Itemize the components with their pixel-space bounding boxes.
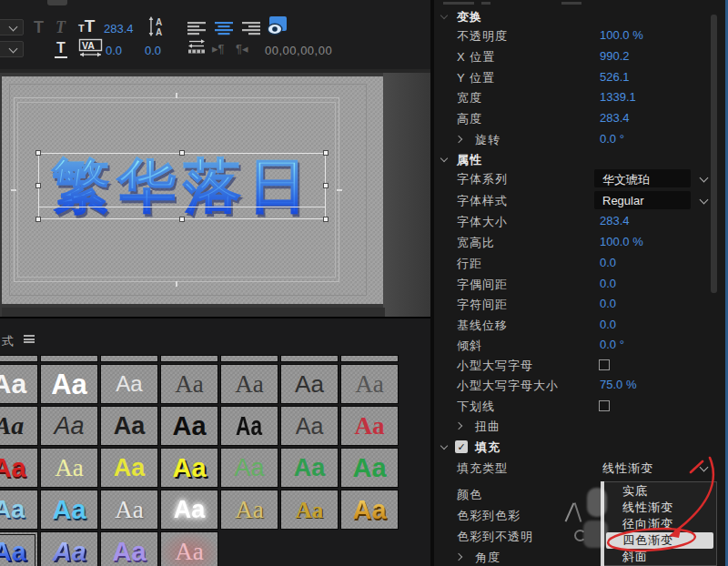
style-swatch[interactable]: Aa — [40, 531, 98, 566]
panel-menu-icon[interactable] — [24, 335, 35, 343]
tab-stops-icon[interactable] — [187, 38, 207, 55]
style-swatch[interactable]: Aa — [280, 355, 339, 362]
style-swatch[interactable]: Aa — [280, 448, 339, 488]
style-swatch[interactable]: Aa — [280, 406, 339, 446]
chevron-right-icon[interactable] — [455, 553, 462, 561]
property-value[interactable]: 0.0 ° — [600, 132, 624, 146]
selection-handle[interactable] — [323, 150, 329, 156]
style-swatch[interactable]: Aa — [0, 406, 38, 446]
dropdown[interactable]: Regular — [594, 191, 691, 209]
leading-icon[interactable]: A A — [147, 15, 167, 37]
chevron-right-icon[interactable] — [455, 422, 462, 430]
selection-handle[interactable] — [35, 150, 41, 156]
style-swatch[interactable]: Aa — [220, 448, 278, 488]
selection-handle[interactable] — [179, 217, 185, 222]
style-swatch[interactable]: Aa — [220, 406, 278, 446]
chevron-down-icon[interactable] — [700, 196, 709, 205]
property-value[interactable]: 283.4 — [600, 111, 630, 125]
align-left-button[interactable] — [187, 21, 207, 35]
kerning-value[interactable]: 0.0 — [106, 44, 122, 57]
selection-handle[interactable] — [179, 150, 185, 156]
property-value[interactable]: 0.0 — [600, 297, 616, 310]
style-swatch[interactable]: Aa — [100, 355, 158, 362]
style-swatch[interactable]: Aa — [160, 406, 218, 446]
style-swatch[interactable]: Aa — [0, 490, 38, 530]
property-value[interactable]: 0.0 — [600, 318, 616, 331]
property-value[interactable]: 1339.1 — [600, 90, 636, 104]
fill-enabled-checkbox[interactable]: ✓ — [455, 440, 468, 453]
scrollbar-thumb[interactable] — [711, 15, 717, 293]
style-swatch[interactable]: Aa — [280, 364, 339, 404]
style-swatch[interactable]: Aa — [220, 490, 278, 530]
property-value[interactable]: 0.0 — [600, 256, 616, 269]
style-swatch[interactable]: Aa — [340, 490, 399, 530]
chevron-down-icon[interactable] — [440, 155, 448, 162]
style-swatch[interactable]: Aa — [0, 355, 38, 362]
style-swatch[interactable]: Aa — [0, 364, 38, 404]
chevron-down-icon[interactable] — [700, 174, 709, 183]
selection-bounding-box[interactable] — [38, 153, 326, 219]
fill-type-option[interactable]: 线性渐变 — [603, 500, 716, 516]
chevron-down-icon[interactable] — [440, 12, 448, 19]
bold-button[interactable]: T — [34, 18, 44, 37]
selection-handle[interactable] — [323, 183, 329, 188]
selection-handle[interactable] — [35, 217, 41, 222]
style-swatch[interactable]: Aa — [40, 490, 98, 530]
align-right-button[interactable] — [241, 21, 261, 35]
property-value[interactable]: 0.0 — [600, 277, 616, 290]
title-canvas[interactable]: 繁华落日 — [2, 76, 383, 304]
style-swatch[interactable]: Aa — [100, 406, 158, 446]
paragraph-rtl-icon[interactable]: ¶◂ — [236, 42, 248, 56]
style-swatch[interactable]: Aa — [40, 406, 98, 446]
style-swatch[interactable]: Aa — [100, 490, 158, 530]
style-swatch[interactable]: Aa — [220, 355, 278, 362]
kerning-icon[interactable]: VA — [78, 38, 104, 58]
style-swatch[interactable]: Aa — [160, 448, 218, 488]
paragraph-ltr-icon[interactable]: ▸¶ — [212, 42, 225, 56]
property-value[interactable]: 990.2 — [600, 49, 630, 63]
property-value[interactable]: 100.0 % — [600, 235, 643, 248]
style-swatch[interactable]: Aa — [160, 364, 218, 404]
chevron-down-icon[interactable] — [700, 463, 709, 472]
style-swatch[interactable]: Aa — [340, 448, 399, 488]
style-swatch[interactable]: Aa — [0, 531, 38, 566]
property-value[interactable]: 75.0 % — [600, 378, 636, 391]
preview-eye-button[interactable] — [266, 15, 288, 36]
style-swatch[interactable]: Aa — [220, 364, 278, 404]
property-checkbox[interactable] — [599, 400, 610, 411]
style-swatch[interactable]: Aa — [340, 355, 399, 362]
fill-type-option[interactable]: 实底 — [603, 483, 716, 500]
dropdown[interactable]: 华文琥珀 — [594, 169, 691, 187]
underline-button[interactable]: T — [55, 40, 67, 58]
style-swatch[interactable]: Aa — [40, 448, 98, 488]
style-swatch[interactable]: Aa — [340, 406, 399, 446]
style-swatch[interactable]: Aa — [340, 364, 399, 404]
property-value[interactable]: 100.0 % — [600, 28, 643, 42]
style-swatch[interactable]: Aa — [280, 490, 339, 530]
selection-handle[interactable] — [35, 183, 41, 188]
font-style-dropdown[interactable] — [0, 41, 24, 57]
style-swatch[interactable]: Aa — [100, 531, 158, 566]
style-swatch[interactable]: Aa — [100, 364, 158, 404]
property-value[interactable]: 0.0 ° — [600, 338, 624, 351]
style-swatch[interactable]: Aa — [40, 355, 98, 362]
property-value[interactable]: 283.4 — [600, 214, 630, 227]
style-swatch[interactable]: Aa — [160, 531, 218, 566]
align-center-button[interactable] — [214, 21, 234, 35]
dropdown[interactable]: 线性渐变 — [602, 460, 653, 477]
fill-type-option[interactable]: 径向渐变 — [603, 516, 716, 532]
chevron-right-icon[interactable] — [455, 136, 462, 143]
style-swatch[interactable]: Aa — [0, 448, 38, 488]
fill-type-option[interactable]: 斜面 — [603, 549, 716, 565]
selection-handle[interactable] — [323, 217, 329, 222]
italic-button[interactable]: T — [56, 18, 66, 37]
font-size-value[interactable]: 283.4 — [104, 22, 134, 35]
chevron-down-icon[interactable] — [440, 442, 448, 450]
property-checkbox[interactable] — [599, 359, 610, 370]
style-swatch[interactable]: Aa — [40, 364, 98, 404]
font-family-dropdown[interactable] — [0, 19, 24, 35]
style-swatch[interactable]: Aa — [100, 448, 158, 488]
style-swatch[interactable]: Aa — [160, 490, 218, 530]
fill-type-option[interactable]: 四色渐变 — [606, 532, 713, 549]
tracking-value[interactable]: 0.0 — [145, 44, 161, 57]
